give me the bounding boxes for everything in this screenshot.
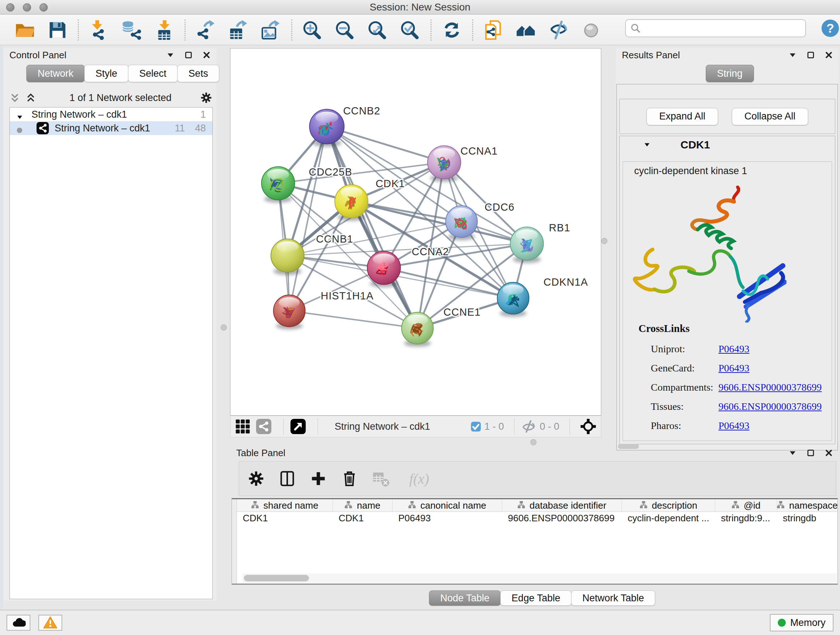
table-panel-menu-icon[interactable] xyxy=(789,449,797,457)
table-panel-float-icon[interactable] xyxy=(807,449,815,457)
tab-string[interactable]: String xyxy=(706,65,754,82)
column-header--id[interactable]: @id xyxy=(715,499,777,511)
control-panel-float-icon[interactable] xyxy=(185,51,193,59)
birdseye-view-icon[interactable] xyxy=(290,418,306,434)
network-node-CDKN1A[interactable]: CDKN1A xyxy=(497,276,588,317)
import-database-icon[interactable] xyxy=(121,19,142,41)
selected-checkbox[interactable] xyxy=(471,422,481,432)
splitter-handle-bottom[interactable] xyxy=(531,439,537,445)
share-view-icon[interactable] xyxy=(256,418,272,434)
table-cell[interactable]: CDK1 xyxy=(333,512,393,524)
memory-button[interactable]: Memory xyxy=(770,614,834,631)
network-node-CCNA1[interactable]: CCNA1 xyxy=(428,145,498,182)
grid-view-icon[interactable] xyxy=(235,418,251,434)
edge-HIST1H1A-CCNE1[interactable] xyxy=(289,311,417,328)
tab-edge-table[interactable]: Edge Table xyxy=(500,591,572,606)
import-network-icon[interactable] xyxy=(88,19,110,41)
search-box[interactable] xyxy=(625,19,806,37)
fit-selected-target-icon[interactable] xyxy=(580,418,597,435)
expand-all-chevron-icon[interactable] xyxy=(9,93,20,103)
home-icon[interactable] xyxy=(515,19,537,41)
crosslink-link[interactable]: P06493 xyxy=(718,363,750,374)
delete-row-icon[interactable] xyxy=(340,470,358,488)
export-image-icon[interactable] xyxy=(261,19,281,41)
close-window-icon[interactable] xyxy=(6,3,14,11)
edge-CCNB2-HIST1H1A[interactable] xyxy=(289,127,327,311)
zoom-selected-icon[interactable] xyxy=(400,19,421,41)
edge-CCNB2-RB1[interactable] xyxy=(327,127,527,244)
crosslink-link[interactable]: 9606.ENSP00000378699 xyxy=(718,401,821,412)
add-row-icon[interactable] xyxy=(309,470,327,488)
column-header-namespace[interactable]: namespace xyxy=(777,499,837,511)
crosslink-link[interactable]: 9606.ENSP00000378699 xyxy=(718,382,821,393)
export-network-icon[interactable] xyxy=(195,19,216,41)
edge-CCNA2-CDKN1A[interactable] xyxy=(384,268,513,298)
tab-sets[interactable]: Sets xyxy=(177,65,219,82)
column-header-description[interactable]: description xyxy=(622,499,715,511)
save-session-icon[interactable] xyxy=(47,19,68,41)
import-table-icon[interactable] xyxy=(154,19,175,41)
control-panel-menu-icon[interactable] xyxy=(166,51,174,59)
tab-node-table[interactable]: Node Table xyxy=(429,591,501,606)
column-header-canonical-name[interactable]: canonical name xyxy=(393,499,502,511)
network-node-HIST1H1A[interactable]: HIST1H1A xyxy=(273,290,374,329)
table-cell[interactable]: cyclin-dependent ... xyxy=(622,512,715,524)
node-label-CCNB1: CCNB1 xyxy=(316,233,354,245)
results-panel-menu-icon[interactable] xyxy=(789,51,797,59)
table-row[interactable]: CDK1CDK1P064939606.ENSP00000378699cyclin… xyxy=(237,512,837,524)
network-collection-row[interactable]: String Network – cdk1 1 xyxy=(10,108,212,121)
cloud-button[interactable] xyxy=(6,615,30,631)
splitter-handle-left[interactable] xyxy=(221,325,227,331)
table-scrollbar-thumb[interactable] xyxy=(244,575,309,581)
hide-selected-icon[interactable] xyxy=(548,19,569,41)
network-options-gear-icon[interactable] xyxy=(200,91,213,104)
collapse-all-chevron-icon[interactable] xyxy=(25,93,36,103)
table-cell[interactable]: 9606.ENSP00000378699 xyxy=(502,512,622,524)
network-node-CCNE1[interactable]: CCNE1 xyxy=(401,306,481,347)
edge-CCNB2-CCNA1[interactable] xyxy=(327,127,444,163)
table-horizontal-scrollbar[interactable] xyxy=(242,573,837,583)
results-panel-close-icon[interactable] xyxy=(825,51,833,59)
network-node-RB1[interactable]: RB1 xyxy=(510,222,570,263)
table-panel-close-icon[interactable] xyxy=(825,449,833,457)
section-expander-icon[interactable] xyxy=(644,142,651,148)
refresh-icon[interactable] xyxy=(441,19,462,41)
splitter-handle-right[interactable] xyxy=(601,238,607,244)
column-header-name[interactable]: name xyxy=(333,499,393,511)
crosslink-link[interactable]: P06493 xyxy=(718,420,750,432)
zoom-in-icon[interactable] xyxy=(302,19,323,41)
zoom-window-icon[interactable] xyxy=(39,3,48,11)
settings-icon[interactable] xyxy=(247,470,265,488)
insert-column-icon[interactable] xyxy=(278,470,296,488)
column-header-database-identifier[interactable]: database identifier xyxy=(502,499,622,511)
tab-network-table[interactable]: Network Table xyxy=(571,591,655,606)
column-header-shared-name[interactable]: shared name xyxy=(237,499,333,511)
export-table-icon[interactable] xyxy=(228,19,249,41)
protein-structure-image xyxy=(631,181,786,323)
expand-all-button[interactable]: Expand All xyxy=(646,108,718,125)
network-canvas[interactable]: CCNB2 CCNA1 CDC25B CDK1 CDC6 xyxy=(230,48,601,416)
tab-network[interactable]: Network xyxy=(27,65,85,82)
table-cell[interactable]: P06493 xyxy=(393,512,502,524)
tab-select[interactable]: Select xyxy=(128,65,178,82)
zoom-fit-icon[interactable] xyxy=(367,19,388,41)
help-button[interactable]: ? xyxy=(821,19,840,38)
gene-section-header[interactable]: CDK1 xyxy=(620,136,835,154)
control-panel-close-icon[interactable] xyxy=(202,51,210,59)
results-panel-float-icon[interactable] xyxy=(807,51,815,59)
open-session-icon[interactable] xyxy=(14,19,35,41)
search-input[interactable] xyxy=(641,21,805,35)
preview-icon[interactable] xyxy=(581,19,602,41)
share-document-icon[interactable] xyxy=(483,19,504,41)
table-cell[interactable]: stringdb xyxy=(777,512,837,524)
minimize-window-icon[interactable] xyxy=(23,3,31,11)
crosslink-link[interactable]: P06493 xyxy=(718,343,750,355)
table-cell[interactable]: stringdb:9... xyxy=(715,512,777,524)
tree-expander-icon[interactable] xyxy=(16,111,24,117)
tab-style[interactable]: Style xyxy=(84,65,128,82)
zoom-out-icon[interactable] xyxy=(335,19,355,41)
warning-button[interactable] xyxy=(38,615,62,631)
network-row[interactable]: String Network – cdk1 11 48 xyxy=(10,121,212,135)
collapse-all-button[interactable]: Collapse All xyxy=(732,108,808,125)
table-cell[interactable]: CDK1 xyxy=(237,512,333,524)
